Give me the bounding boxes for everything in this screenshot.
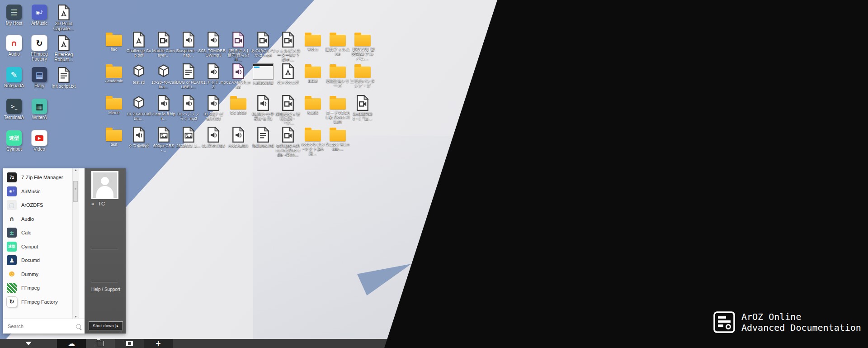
icon-label: FilterReg Robust…	[49, 52, 78, 62]
taskbar-plus-icon[interactable]: +	[144, 339, 173, 348]
file-label: Music	[300, 110, 326, 115]
icon-label: Video	[25, 147, 54, 152]
desktop-item-file[interactable]: Biosphere - Snap…	[176, 32, 201, 57]
desktop-item-file[interactable]: 3 am lo-fi hip h…	[151, 95, 176, 121]
menu-item-label: 7-Zip File Manager	[21, 175, 63, 180]
desktop-item-folder[interactable]: Supper Mem oat-…	[325, 127, 350, 151]
desktop-app-my-host[interactable]: ☰My Host	[0, 5, 28, 26]
desktop-app-audio[interactable]: ∩Audio	[0, 35, 28, 57]
play-video-icon: ▶	[32, 130, 47, 146]
folder-icon	[106, 67, 122, 78]
desktop-item-file[interactable]: 02.VAPOR.mp3	[226, 63, 251, 89]
desktop-app-terminala[interactable]: >_TerminalA	[0, 99, 28, 120]
logo-line2: Advanced Documentation	[741, 322, 861, 333]
desktop-item-file[interactable]: 03. TOMORROW.mp3	[201, 32, 226, 57]
desktop-item-file[interactable]: 3m9327833・(『短…	[350, 95, 375, 121]
desktop-item-file[interactable]: Challenge Cup.pdf	[126, 32, 151, 57]
desktop-item-file[interactable]: 10-20-40-Calibra…	[151, 63, 176, 89]
vid-file-icon	[275, 127, 301, 143]
file-label: Supper Mem oat-…	[325, 142, 350, 151]
file-label: 歌物語&シリーズ	[325, 79, 350, 88]
icon-label: 3D Point Capsule…	[49, 21, 78, 31]
file-label: flac	[101, 47, 127, 52]
desktop-item-file[interactable]: 600px-CRS-…	[151, 127, 176, 153]
desktop-item-folder[interactable]: ロードVOCAL 駅 Cover Album	[325, 95, 350, 124]
app-list-scrollbar[interactable]: ▲ ≡ ▼	[72, 168, 79, 319]
help-support-link[interactable]: Help / Support	[91, 287, 120, 292]
show-desktop-chevron[interactable]	[0, 339, 57, 348]
desktop-item-file[interactable]: fedlures.md	[250, 127, 276, 148]
desktop-item-file[interactable]: Marble Conveyer…	[151, 32, 176, 57]
desktop-app-init-script-txt[interactable]: init script.txt	[49, 67, 78, 89]
search-input[interactable]	[7, 323, 73, 329]
menu-item-label: Dummy	[21, 272, 38, 277]
desktop-app-3d-point-capsule-[interactable]: 3D Point Capsule…	[49, 5, 78, 31]
desktop-item-folder[interactable]: 三毛のパンタシア・ダ	[350, 63, 375, 88]
desktop-item-file[interactable]: 01.ハジメノラク.mp3	[176, 95, 201, 121]
server-icon: ☰	[6, 5, 22, 20]
desktop-item-file[interactable]: 2632633_1…	[176, 127, 201, 148]
pencil-note-icon: ✎	[6, 67, 22, 82]
desktop-item-file[interactable]: Gchrgez Ach so And Dad edle ~愛の…	[275, 127, 301, 157]
file-label: HelloWorld	[250, 81, 276, 85]
desktop-item-file[interactable]: dev doc.pdf	[275, 63, 301, 85]
taskbar-film-icon[interactable]	[115, 339, 144, 348]
desktop-item-folder[interactable]: test	[101, 127, 127, 147]
desktop-item-folder[interactable]: BGM	[300, 63, 326, 83]
icon-label: Audio	[0, 52, 28, 57]
desktop-item-folder[interactable]: 【R3923】密突気5b アルバム…	[350, 32, 375, 61]
desktop-app-cyinput[interactable]: 速型Cyinput	[0, 130, 28, 152]
taskbar-cloud-icon[interactable]: ☁	[57, 339, 86, 348]
desktop-item-file[interactable]: BUG or FEATURE t…	[176, 63, 201, 89]
cd-note-icon: ◉♪	[32, 5, 47, 20]
desktop-item-file[interactable]: 未知恋愛 x 管理失調・『宇…	[275, 95, 301, 125]
icon-label: My Host	[0, 21, 28, 26]
folder-icon	[330, 98, 346, 110]
desktop-item-file[interactable]: 01.チセチ.mp3	[201, 63, 226, 89]
desktop-item-folder[interactable]: 歌物語&シリーズ	[325, 63, 350, 88]
menu-item-label: Calc	[21, 230, 31, 235]
desktop-item-file[interactable]: 01.聞かせ中夜かせ.fla	[250, 95, 276, 121]
menu-item-label: Audio	[21, 216, 34, 222]
desktop-app-filterreg-robust-[interactable]: FilterReg Robust…	[49, 35, 78, 62]
desktop-item-file[interactable]: ANCKBton	[226, 127, 251, 148]
desktop-item-folder[interactable]: Meme	[101, 95, 127, 115]
desktop-app-video[interactable]: ▶Video	[25, 130, 54, 152]
typewriter-icon: ▦	[32, 99, 47, 114]
desktop-item-file[interactable]: HelloWorld	[250, 63, 276, 85]
chevron-right-icon: »	[91, 201, 94, 206]
desktop-item-file[interactable]: 01.気(ナゼ右).mp3	[201, 95, 226, 121]
desktop-item-folder[interactable]: 超負フィルム Re	[325, 32, 350, 56]
desktop-item-file[interactable]: test.stl	[126, 63, 151, 85]
file-label: Marble Conveyer…	[151, 48, 176, 57]
plus-icon: +	[156, 339, 161, 348]
vid-file-icon	[226, 32, 251, 48]
desktop-item-file[interactable]: クズ会未読	[126, 127, 151, 148]
desktop-item-file[interactable]: 10-20-40-Calibra…	[126, 95, 151, 121]
desktop-item-file[interactable]: あの頃のいつかは.mp4	[250, 32, 276, 57]
cube-file-icon	[126, 95, 151, 111]
desktop-app-writera[interactable]: ▦WriterA	[25, 99, 54, 120]
file-label: 600px-CRS-…	[151, 143, 176, 153]
file-label: fedlures.md	[250, 143, 276, 148]
desktop-item-folder[interactable]: flac	[101, 32, 127, 52]
shutdown-button[interactable]: Shut down |▸	[89, 321, 123, 330]
folder-icon	[106, 98, 122, 110]
user-name-row[interactable]: » TC	[91, 201, 105, 206]
desktop-item-folder[interactable]: Academic	[101, 63, 127, 83]
desktop-app-notepada[interactable]: ✎NotepadA	[0, 67, 28, 88]
desktop-item-folder[interactable]: Video	[300, 32, 326, 52]
taskbar-folder-icon[interactable]	[86, 339, 115, 348]
scrollbar-down-arrow[interactable]: ▼	[73, 315, 79, 318]
desktop-item-folder[interactable]: Music	[300, 95, 326, 115]
file-label: 3 am lo-fi hip h…	[151, 112, 176, 121]
file-label: ヲォルピスカーターMV ?提申…	[275, 48, 301, 62]
desktop-item-folder[interactable]: CC 2019	[226, 95, 251, 115]
desktop-item-file[interactable]: ヲォルピスカーターMV ?提申…	[275, 32, 301, 62]
scrollbar-thumb[interactable]: ≡	[73, 181, 78, 202]
desktop-item-file[interactable]: 【敢會港人】相守/僅らの手…	[226, 32, 251, 62]
headphones-icon: ∩	[6, 35, 22, 51]
avatar[interactable]	[91, 171, 118, 199]
desktop-item-file[interactable]: 01.星空.mp3	[201, 127, 226, 148]
desktop-item-folder[interactable]: voctro b else ~ヲクト(2A用…	[300, 127, 326, 156]
